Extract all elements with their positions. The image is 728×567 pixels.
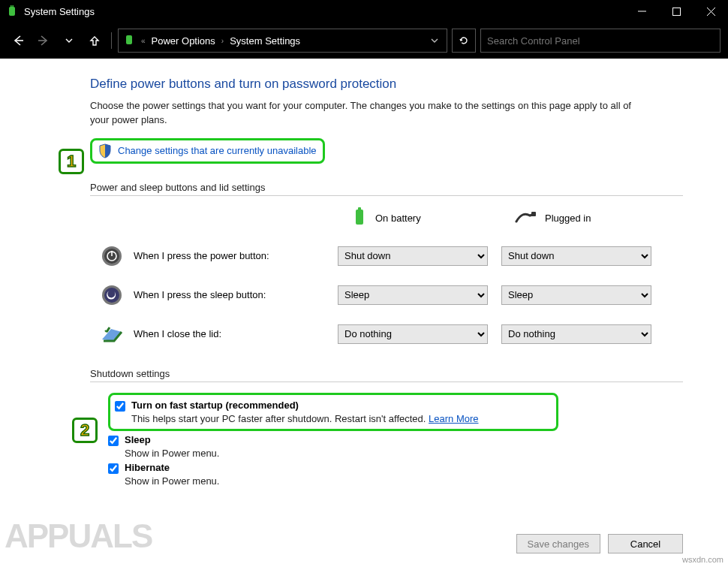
breadcrumb-chev: « (141, 37, 146, 45)
row-power-button: When I press the power button: (99, 243, 324, 269)
shield-icon (98, 143, 112, 158)
svg-rect-10 (356, 210, 363, 225)
svg-rect-4 (672, 8, 680, 15)
fast-startup-checkbox[interactable] (115, 401, 125, 412)
back-button[interactable] (8, 30, 29, 51)
fast-startup-title: Turn on fast startup (recommended) (131, 400, 299, 411)
power-section-title: Power and sleep buttons and lid settings (90, 182, 683, 196)
battery-icon (351, 207, 368, 230)
svg-rect-0 (9, 7, 15, 16)
button-bar: Save changes Cancel (516, 534, 683, 553)
column-battery: On battery (338, 207, 488, 230)
row-label-text: When I press the sleep button: (134, 289, 266, 300)
hibernate-title: Hibernate (125, 462, 170, 473)
fast-startup-desc: This helps start your PC faster after sh… (131, 413, 549, 424)
change-settings-highlight: Change settings that are currently unava… (90, 138, 325, 164)
shutdown-section-title: Shutdown settings (90, 368, 683, 382)
shutdown-items: Turn on fast startup (recommended) This … (108, 393, 683, 487)
source-mark: wsxdn.com (682, 555, 723, 564)
shutdown-section: Shutdown settings Turn on fast startup (… (90, 368, 683, 487)
breadcrumb-icon (123, 34, 135, 48)
search-input[interactable] (480, 29, 720, 53)
column-plugged: Plugged in (501, 210, 651, 227)
window-controls (624, 0, 728, 23)
fast-startup-desc-text: This helps start your PC faster after sh… (131, 413, 429, 424)
svg-rect-9 (126, 35, 132, 44)
row-lid: When I close the lid: (99, 321, 324, 347)
forward-button[interactable] (33, 30, 54, 51)
row-label-text: When I close the lid: (134, 328, 221, 339)
column-battery-label: On battery (375, 213, 421, 224)
annotation-callout-2: 2 (72, 418, 98, 443)
content-area: Define power buttons and turn on passwor… (0, 59, 728, 567)
window: System Settings « Power Options › System… (0, 0, 728, 567)
power-button-icon (99, 243, 125, 269)
sleep-title: Sleep (125, 434, 151, 445)
sleep-button-icon (99, 282, 125, 308)
nav-separator (111, 32, 112, 49)
shutdown-item-sleep: Sleep Show in Power menu. (108, 434, 683, 459)
minimize-button[interactable] (624, 0, 659, 23)
hibernate-desc: Show in Power menu. (125, 475, 683, 487)
svg-point-18 (104, 288, 119, 303)
window-title: System Settings (24, 6, 624, 17)
power-settings-grid: On battery Plugged in When I press the p… (99, 207, 683, 347)
breadcrumb-item[interactable]: Power Options (152, 35, 215, 47)
lid-battery-select[interactable]: Do nothingSleepHibernateShut down (338, 324, 488, 344)
navbar: « Power Options › System Settings (0, 23, 728, 59)
close-button[interactable] (693, 0, 728, 23)
sleep-button-battery-select[interactable]: Do nothingSleepHibernateShut down (338, 285, 488, 305)
power-button-battery-select[interactable]: Do nothingSleepHibernateShut down (338, 246, 488, 266)
breadcrumb[interactable]: « Power Options › System Settings (118, 29, 447, 53)
up-button[interactable] (84, 30, 105, 51)
titlebar: System Settings (0, 0, 728, 23)
annotation-callout-1: 1 (59, 149, 84, 174)
app-icon (6, 5, 18, 17)
sleep-desc: Show in Power menu. (125, 448, 683, 459)
svg-rect-2 (13, 5, 14, 8)
page-description: Choose the power settings that you want … (90, 99, 645, 128)
change-settings-link[interactable]: Change settings that are currently unava… (118, 145, 317, 156)
plug-icon (515, 210, 537, 227)
hibernate-checkbox[interactable] (108, 463, 119, 474)
cancel-button[interactable]: Cancel (608, 534, 683, 553)
recent-dropdown[interactable] (59, 30, 80, 51)
lid-plugged-select[interactable]: Do nothingSleepHibernateShut down (501, 324, 651, 344)
svg-rect-1 (11, 5, 12, 8)
fast-startup-highlight: Turn on fast startup (recommended) This … (108, 393, 558, 431)
svg-rect-11 (358, 207, 361, 210)
learn-more-link[interactable]: Learn More (429, 413, 478, 424)
row-label-text: When I press the power button: (134, 250, 269, 261)
maximize-button[interactable] (659, 0, 693, 23)
page-heading: Define power buttons and turn on passwor… (90, 77, 683, 92)
refresh-button[interactable] (452, 29, 476, 53)
svg-rect-12 (531, 212, 536, 216)
breadcrumb-item[interactable]: System Settings (230, 35, 300, 47)
save-changes-button[interactable]: Save changes (516, 534, 600, 553)
row-sleep-button: When I press the sleep button: (99, 282, 324, 308)
chevron-right-icon: › (221, 37, 224, 45)
lid-icon (99, 321, 125, 347)
shutdown-item-hibernate: Hibernate Show in Power menu. (108, 462, 683, 487)
column-plugged-label: Plugged in (545, 213, 591, 224)
power-button-plugged-select[interactable]: Do nothingSleepHibernateShut down (501, 246, 651, 266)
sleep-checkbox[interactable] (108, 436, 119, 446)
breadcrumb-dropdown[interactable] (427, 35, 442, 47)
sleep-button-plugged-select[interactable]: Do nothingSleepHibernateShut down (501, 285, 651, 305)
